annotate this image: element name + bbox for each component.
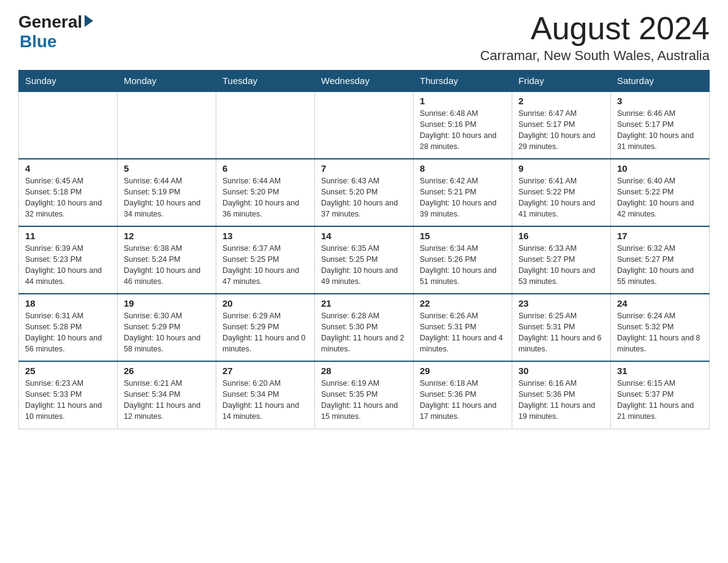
day-info: Sunrise: 6:38 AMSunset: 5:24 PMDaylight:… <box>124 243 210 288</box>
day-number: 18 <box>25 298 111 308</box>
day-number: 15 <box>420 231 506 241</box>
calendar-cell <box>216 91 315 159</box>
day-number: 1 <box>420 96 506 106</box>
calendar-cell: 4Sunrise: 6:45 AMSunset: 5:18 PMDaylight… <box>19 159 118 226</box>
calendar-cell: 28Sunrise: 6:19 AMSunset: 5:35 PMDayligh… <box>315 361 414 429</box>
calendar-cell: 24Sunrise: 6:24 AMSunset: 5:32 PMDayligh… <box>611 294 710 361</box>
header-row: Sunday Monday Tuesday Wednesday Thursday… <box>19 71 710 92</box>
calendar-cell: 16Sunrise: 6:33 AMSunset: 5:27 PMDayligh… <box>512 226 611 294</box>
day-number: 2 <box>518 96 604 106</box>
day-info: Sunrise: 6:21 AMSunset: 5:34 PMDaylight:… <box>124 378 210 423</box>
day-info: Sunrise: 6:20 AMSunset: 5:34 PMDaylight:… <box>222 378 308 423</box>
day-info: Sunrise: 6:18 AMSunset: 5:36 PMDaylight:… <box>420 378 506 423</box>
calendar-cell: 10Sunrise: 6:40 AMSunset: 5:22 PMDayligh… <box>611 159 710 226</box>
calendar-week-5: 25Sunrise: 6:23 AMSunset: 5:33 PMDayligh… <box>19 361 710 429</box>
day-number: 21 <box>321 298 407 308</box>
calendar-cell: 22Sunrise: 6:26 AMSunset: 5:31 PMDayligh… <box>414 294 512 361</box>
day-info: Sunrise: 6:32 AMSunset: 5:27 PMDaylight:… <box>617 243 703 288</box>
day-number: 3 <box>617 96 703 106</box>
col-thursday: Thursday <box>414 71 512 92</box>
day-number: 22 <box>420 298 506 308</box>
day-info: Sunrise: 6:31 AMSunset: 5:28 PMDaylight:… <box>25 310 111 355</box>
calendar-cell: 13Sunrise: 6:37 AMSunset: 5:25 PMDayligh… <box>216 226 315 294</box>
col-sunday: Sunday <box>19 71 118 92</box>
calendar-cell: 18Sunrise: 6:31 AMSunset: 5:28 PMDayligh… <box>19 294 118 361</box>
day-info: Sunrise: 6:26 AMSunset: 5:31 PMDaylight:… <box>420 310 506 355</box>
calendar-cell: 6Sunrise: 6:44 AMSunset: 5:20 PMDaylight… <box>216 159 315 226</box>
calendar-cell: 26Sunrise: 6:21 AMSunset: 5:34 PMDayligh… <box>118 361 216 429</box>
day-info: Sunrise: 6:28 AMSunset: 5:30 PMDaylight:… <box>321 310 407 355</box>
day-number: 26 <box>124 366 210 376</box>
day-number: 20 <box>222 298 308 308</box>
day-number: 12 <box>124 231 210 241</box>
day-number: 5 <box>124 163 210 174</box>
day-info: Sunrise: 6:43 AMSunset: 5:20 PMDaylight:… <box>321 175 407 220</box>
day-number: 8 <box>420 163 506 174</box>
calendar-header: Sunday Monday Tuesday Wednesday Thursday… <box>19 71 710 92</box>
day-info: Sunrise: 6:37 AMSunset: 5:25 PMDaylight:… <box>222 243 308 288</box>
calendar-week-2: 4Sunrise: 6:45 AMSunset: 5:18 PMDaylight… <box>19 159 710 226</box>
day-number: 31 <box>617 366 703 376</box>
col-wednesday: Wednesday <box>315 71 414 92</box>
calendar-cell: 23Sunrise: 6:25 AMSunset: 5:31 PMDayligh… <box>512 294 611 361</box>
day-info: Sunrise: 6:29 AMSunset: 5:29 PMDaylight:… <box>222 310 308 355</box>
title-area: August 2024 Carramar, New South Wales, A… <box>480 12 710 64</box>
calendar-cell: 19Sunrise: 6:30 AMSunset: 5:29 PMDayligh… <box>118 294 216 361</box>
calendar-week-4: 18Sunrise: 6:31 AMSunset: 5:28 PMDayligh… <box>19 294 710 361</box>
day-info: Sunrise: 6:23 AMSunset: 5:33 PMDaylight:… <box>25 378 111 423</box>
calendar-cell: 11Sunrise: 6:39 AMSunset: 5:23 PMDayligh… <box>19 226 118 294</box>
calendar-week-3: 11Sunrise: 6:39 AMSunset: 5:23 PMDayligh… <box>19 226 710 294</box>
calendar-week-1: 1Sunrise: 6:48 AMSunset: 5:16 PMDaylight… <box>19 91 710 159</box>
page-header: General Blue August 2024 Carramar, New S… <box>18 12 710 64</box>
calendar-cell: 7Sunrise: 6:43 AMSunset: 5:20 PMDaylight… <box>315 159 414 226</box>
calendar-cell: 27Sunrise: 6:20 AMSunset: 5:34 PMDayligh… <box>216 361 315 429</box>
day-info: Sunrise: 6:30 AMSunset: 5:29 PMDaylight:… <box>124 310 210 355</box>
day-number: 17 <box>617 231 703 241</box>
day-number: 14 <box>321 231 407 241</box>
day-info: Sunrise: 6:39 AMSunset: 5:23 PMDaylight:… <box>25 243 111 288</box>
day-info: Sunrise: 6:41 AMSunset: 5:22 PMDaylight:… <box>518 175 604 220</box>
logo-general-text: General <box>18 12 82 32</box>
logo: General Blue <box>18 12 93 52</box>
day-info: Sunrise: 6:45 AMSunset: 5:18 PMDaylight:… <box>25 175 111 220</box>
day-info: Sunrise: 6:19 AMSunset: 5:35 PMDaylight:… <box>321 378 407 423</box>
day-info: Sunrise: 6:24 AMSunset: 5:32 PMDaylight:… <box>617 310 703 355</box>
col-tuesday: Tuesday <box>216 71 315 92</box>
day-info: Sunrise: 6:46 AMSunset: 5:17 PMDaylight:… <box>617 108 703 153</box>
calendar-cell: 20Sunrise: 6:29 AMSunset: 5:29 PMDayligh… <box>216 294 315 361</box>
day-info: Sunrise: 6:48 AMSunset: 5:16 PMDaylight:… <box>420 108 506 153</box>
calendar-cell <box>19 91 118 159</box>
calendar-cell <box>118 91 216 159</box>
calendar-cell: 1Sunrise: 6:48 AMSunset: 5:16 PMDaylight… <box>414 91 512 159</box>
day-info: Sunrise: 6:15 AMSunset: 5:37 PMDaylight:… <box>617 378 703 423</box>
day-info: Sunrise: 6:42 AMSunset: 5:21 PMDaylight:… <box>420 175 506 220</box>
day-number: 11 <box>25 231 111 241</box>
day-number: 6 <box>222 163 308 174</box>
day-info: Sunrise: 6:47 AMSunset: 5:17 PMDaylight:… <box>518 108 604 153</box>
day-number: 7 <box>321 163 407 174</box>
calendar-cell: 3Sunrise: 6:46 AMSunset: 5:17 PMDaylight… <box>611 91 710 159</box>
calendar-cell: 9Sunrise: 6:41 AMSunset: 5:22 PMDaylight… <box>512 159 611 226</box>
day-info: Sunrise: 6:35 AMSunset: 5:25 PMDaylight:… <box>321 243 407 288</box>
calendar-cell: 5Sunrise: 6:44 AMSunset: 5:19 PMDaylight… <box>118 159 216 226</box>
day-number: 25 <box>25 366 111 376</box>
day-info: Sunrise: 6:34 AMSunset: 5:26 PMDaylight:… <box>420 243 506 288</box>
calendar-cell: 17Sunrise: 6:32 AMSunset: 5:27 PMDayligh… <box>611 226 710 294</box>
location-subtitle: Carramar, New South Wales, Australia <box>480 48 710 64</box>
day-number: 4 <box>25 163 111 174</box>
day-info: Sunrise: 6:33 AMSunset: 5:27 PMDaylight:… <box>518 243 604 288</box>
day-info: Sunrise: 6:40 AMSunset: 5:22 PMDaylight:… <box>617 175 703 220</box>
calendar-cell: 25Sunrise: 6:23 AMSunset: 5:33 PMDayligh… <box>19 361 118 429</box>
day-number: 24 <box>617 298 703 308</box>
calendar-cell: 21Sunrise: 6:28 AMSunset: 5:30 PMDayligh… <box>315 294 414 361</box>
calendar-cell: 14Sunrise: 6:35 AMSunset: 5:25 PMDayligh… <box>315 226 414 294</box>
calendar-cell: 31Sunrise: 6:15 AMSunset: 5:37 PMDayligh… <box>611 361 710 429</box>
day-number: 27 <box>222 366 308 376</box>
day-number: 9 <box>518 163 604 174</box>
day-info: Sunrise: 6:44 AMSunset: 5:19 PMDaylight:… <box>124 175 210 220</box>
logo-blue-text: Blue <box>20 32 57 52</box>
day-number: 19 <box>124 298 210 308</box>
day-info: Sunrise: 6:44 AMSunset: 5:20 PMDaylight:… <box>222 175 308 220</box>
day-number: 10 <box>617 163 703 174</box>
day-number: 23 <box>518 298 604 308</box>
